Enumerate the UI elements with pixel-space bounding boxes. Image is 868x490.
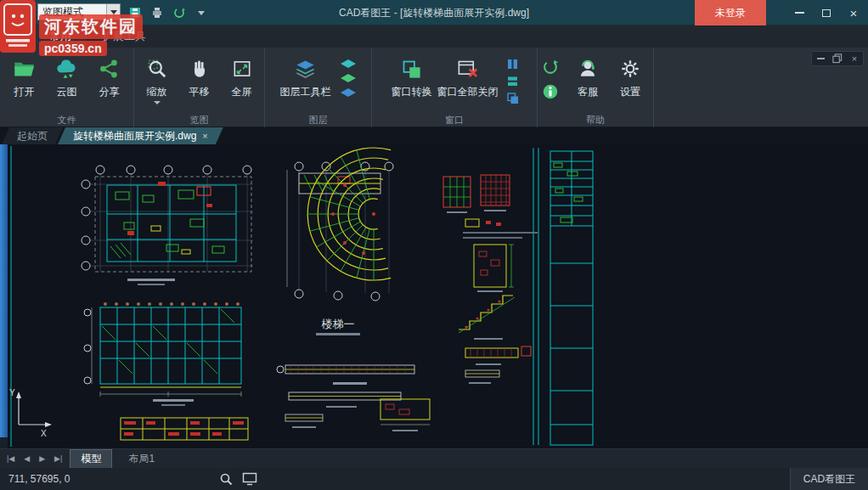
title-block-marks — [554, 163, 583, 222]
group-label-layer: 图层 — [265, 114, 371, 127]
refresh-icon[interactable] — [172, 5, 187, 20]
group-view: 缩放 平移 全屏 览图 — [134, 48, 265, 127]
open-folder-icon — [13, 55, 36, 82]
ribbon: 打开 云图 分享 文件 — [0, 48, 868, 127]
window-title: CAD看图王 - [旋转楼梯曲面展开实例.dwg] — [339, 0, 529, 25]
tab-drawing-file[interactable]: 旋转楼梯曲面展开实例.dwg × — [58, 127, 223, 144]
status-bar: 711, 57695, 0 CAD看图王 — [0, 468, 868, 490]
pan-button[interactable]: 平移 — [180, 50, 219, 100]
fullscreen-toggle-icon[interactable] — [242, 472, 257, 486]
mdi-minimize-button[interactable] — [812, 52, 829, 65]
toolbar-options-icon[interactable] — [194, 5, 209, 20]
prev-sheet-button[interactable]: ◀ — [22, 454, 31, 463]
print-icon[interactable] — [149, 5, 165, 20]
help-small-buttons — [541, 50, 560, 101]
sheet-tab-bar: |◀ ◀ ▶ ▶| 模型 布局1 — [0, 448, 868, 468]
layer-stack-button[interactable] — [339, 50, 358, 104]
customer-service-icon — [577, 55, 599, 82]
ucs-y-label: Y — [9, 388, 15, 397]
site-url: pc0359.cn — [39, 41, 107, 56]
tile-horizontal-icon[interactable] — [506, 75, 519, 87]
info-icon[interactable] — [541, 82, 560, 101]
window-close-all-icon — [456, 55, 479, 82]
ucs-x-label: X — [41, 429, 47, 438]
drawing-canvas[interactable]: 楼梯一 — [0, 144, 868, 448]
tab-drawing-file-label: 旋转楼梯曲面展开实例.dwg — [73, 127, 196, 144]
group-window: 窗口转换 窗口全部关闭 窗口 — [372, 48, 538, 127]
last-sheet-button[interactable]: ▶| — [53, 454, 64, 463]
maximize-button[interactable] — [814, 0, 839, 25]
share-button[interactable]: 分享 — [90, 50, 129, 100]
cursor-coordinates: 711, 57695, 0 — [8, 468, 70, 490]
close-button[interactable]: × — [839, 0, 868, 25]
document-tab-bar: 起始页 旋转楼梯曲面展开实例.dwg × — [0, 127, 868, 144]
fullscreen-icon — [231, 55, 253, 82]
tab-model[interactable]: 模型 — [70, 449, 112, 469]
zoom-extents-icon[interactable] — [219, 472, 234, 487]
tile-vertical-icon[interactable] — [506, 58, 519, 70]
window-switch-icon — [400, 55, 423, 82]
group-label-window: 窗口 — [372, 114, 537, 127]
cloud-icon — [55, 55, 78, 82]
fullscreen-button[interactable]: 全屏 — [223, 50, 262, 100]
site-watermark: 河东软件园 pc0359.cn — [0, 0, 143, 56]
window-switch-button[interactable]: 窗口转换 — [391, 50, 433, 100]
group-layer: 图层工具栏 图层 — [265, 48, 372, 127]
plan-top-left — [82, 166, 253, 285]
ucs-icon: Y X — [9, 388, 52, 438]
check-update-icon[interactable] — [541, 58, 560, 76]
tab-close-icon[interactable]: × — [202, 127, 207, 144]
share-icon — [99, 55, 121, 82]
site-name: 河东软件园 — [39, 14, 143, 39]
pan-hand-icon — [189, 55, 211, 82]
elevation-bottom-left — [84, 302, 248, 440]
mdi-restore-button[interactable] — [829, 52, 846, 65]
first-sheet-button[interactable]: |◀ — [5, 454, 16, 463]
customer-service-button[interactable]: 客服 — [568, 50, 607, 100]
group-help: 客服 设置 帮助 — [538, 48, 654, 127]
layer-toolbar-button[interactable]: 图层工具栏 — [279, 50, 332, 100]
zoom-button[interactable]: 缩放 — [138, 50, 177, 105]
cascade-windows-icon[interactable] — [506, 92, 519, 104]
next-sheet-button[interactable]: ▶ — [37, 454, 47, 463]
window-arrange-buttons — [506, 50, 519, 104]
settings-button[interactable]: 设置 — [611, 50, 650, 100]
layer-stack-icon — [339, 58, 358, 104]
open-button[interactable]: 打开 — [5, 50, 44, 100]
zoom-dropdown-icon[interactable] — [154, 101, 161, 104]
detail-drawings-bottom — [277, 365, 430, 431]
cad-drawing: 楼梯一 — [0, 144, 868, 448]
group-label-view: 览图 — [134, 114, 264, 127]
scrollbar-thumb[interactable] — [0, 144, 8, 437]
stair-label: 楼梯一 — [322, 318, 355, 330]
group-label-file: 文件 — [0, 114, 133, 127]
site-logo — [0, 0, 36, 53]
spiral-stair-plan: 楼梯一 — [287, 148, 393, 335]
cloud-button[interactable]: 云图 — [48, 50, 87, 100]
detail-drawings-right — [443, 175, 538, 384]
minimize-button[interactable] — [786, 0, 812, 25]
gear-icon — [619, 55, 641, 82]
mdi-close-button[interactable]: × — [846, 52, 863, 65]
group-label-help: 帮助 — [538, 114, 653, 127]
close-all-windows-button[interactable]: 窗口全部关闭 — [437, 50, 499, 100]
tab-start-page-label: 起始页 — [17, 127, 48, 144]
vertical-scrollbar[interactable] — [0, 144, 8, 448]
mdi-window-controls: × — [811, 51, 864, 66]
tab-layout1[interactable]: 布局1 — [118, 450, 165, 468]
app-badge: CAD看图王 — [790, 468, 868, 490]
layers-icon — [294, 55, 317, 82]
app-window: 览图模式 CAD看图王 - [旋转楼梯曲面展开实例.dwg] 未登录 × 常用 … — [0, 0, 868, 490]
tab-start-page[interactable]: 起始页 — [2, 127, 63, 144]
group-file: 打开 云图 分享 文件 — [0, 48, 134, 127]
login-button[interactable]: 未登录 — [695, 0, 766, 25]
zoom-icon — [146, 55, 168, 82]
